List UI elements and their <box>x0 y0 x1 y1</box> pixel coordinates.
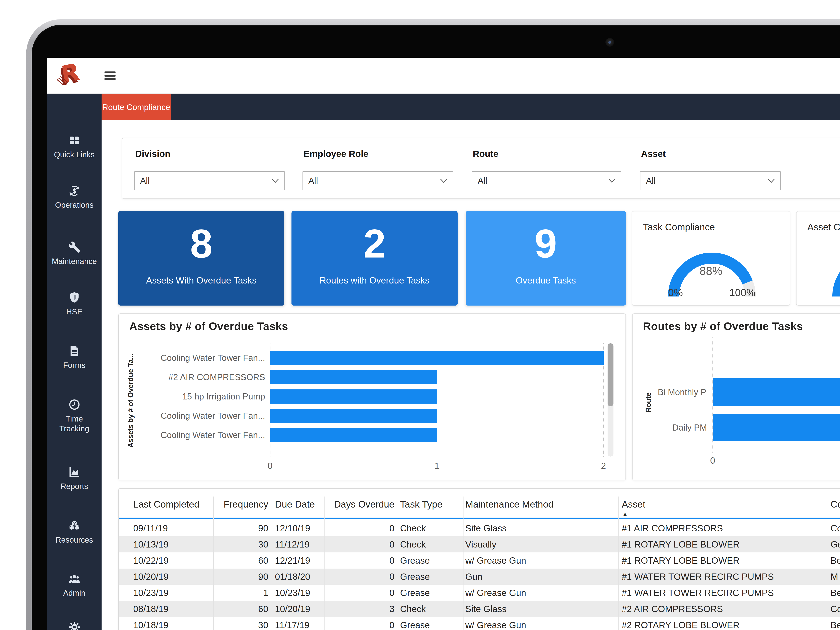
chart-scrollbar-thumb[interactable] <box>608 343 613 406</box>
cell-days-overdue: 0 <box>331 536 395 552</box>
col-header-last-completed[interactable]: Last Completed <box>133 496 199 513</box>
cubes-icon <box>68 519 81 532</box>
dropdown-value: All <box>646 176 768 186</box>
cell-due-date: 10/20/19 <box>275 601 310 617</box>
cell-due-date: 12/21/19 <box>275 552 310 568</box>
chevron-down-icon <box>440 179 447 183</box>
sidebar-item-label: Quick Links <box>54 150 95 160</box>
sort-ascending-icon: ▲ <box>622 511 628 518</box>
col-header-asset[interactable]: Asset <box>622 496 645 513</box>
bar[interactable] <box>270 409 437 423</box>
cell-component: M <box>831 568 838 585</box>
table-row[interactable]: 10/22/19 60 12/21/19 0 Grease w/ Grease … <box>119 552 840 568</box>
cell-component: Co <box>831 601 840 617</box>
people-icon <box>68 573 81 585</box>
task-compliance-gauge-card[interactable]: Task Compliance 88% 0% 100% <box>632 211 790 306</box>
category-label: Cooling Water Tower Fan... <box>154 409 265 423</box>
column-separator <box>271 497 272 630</box>
bar[interactable] <box>713 378 840 406</box>
chart-title: Assets by # of Overdue Tasks <box>129 320 288 332</box>
col-header-task-type[interactable]: Task Type <box>400 496 442 513</box>
bar[interactable] <box>270 370 437 384</box>
dropdown-value: All <box>308 176 440 186</box>
filter-label: Division <box>135 149 171 159</box>
sidebar-item-settings[interactable] <box>47 621 101 630</box>
cell-days-overdue: 0 <box>331 520 395 536</box>
cell-asset: #2 AIR COMPRESSORS <box>622 601 723 617</box>
cell-component: Be <box>831 552 840 568</box>
kpi-assets-with-overdue-tasks[interactable]: 8 Assets With Overdue Tasks <box>118 211 284 306</box>
dropdown-value: All <box>140 176 272 186</box>
routes-overdue-chart[interactable]: Routes by # of Overdue Tasks Route Bi Mo… <box>632 313 840 480</box>
table-row[interactable]: 10/18/19 30 11/17/19 0 Grease w/ Grease … <box>119 617 840 630</box>
sidebar-item-quick-links[interactable]: Quick Links <box>47 134 101 160</box>
column-separator <box>324 497 325 630</box>
kpi-routes-with-overdue-tasks[interactable]: 2 Routes with Overdue Tasks <box>292 211 458 306</box>
bar[interactable] <box>270 428 437 442</box>
gauge-value: 88% <box>632 264 790 277</box>
cell-task-type: Grease <box>400 585 430 601</box>
sidebar-item-reports[interactable]: Reports <box>47 466 101 491</box>
column-separator <box>827 497 828 630</box>
screen: R R Route Compliance Quick Links $ Opera… <box>47 58 840 630</box>
tab-route-compliance[interactable]: Route Compliance <box>101 94 171 120</box>
table-row[interactable]: 10/20/19 90 01/18/20 0 Grease Gun #1 WAT… <box>119 568 840 585</box>
cell-due-date: 12/10/19 <box>275 520 310 536</box>
asset-compliance-gauge-card[interactable]: Asset C <box>796 211 840 306</box>
app-header: R R <box>47 58 840 94</box>
bar[interactable] <box>270 389 437 404</box>
cell-last-completed: 10/22/19 <box>133 552 169 568</box>
division-dropdown[interactable]: All <box>134 171 285 190</box>
app-logo[interactable]: R R <box>51 60 92 89</box>
col-header-maintenance-method[interactable]: Maintenance Method <box>465 496 553 513</box>
tasks-table: Last Completed Frequency Due Date Days O… <box>118 488 840 630</box>
employee-role-dropdown[interactable]: All <box>303 171 453 190</box>
route-dropdown[interactable]: All <box>472 171 621 190</box>
table-header-underline <box>119 518 840 519</box>
dropdown-value: All <box>478 176 608 186</box>
kpi-overdue-tasks[interactable]: 9 Overdue Tasks <box>466 211 626 306</box>
bar[interactable] <box>270 351 604 365</box>
cell-task-type: Check <box>400 601 426 617</box>
cell-asset: #1 AIR COMPRESSORS <box>622 520 723 536</box>
kpi-label: Routes with Overdue Tasks <box>292 275 458 286</box>
sidebar-item-hse[interactable]: HSE <box>47 291 101 317</box>
col-header-days-overdue[interactable]: Days Overdue <box>331 496 395 513</box>
sidebar-item-forms[interactable]: Forms <box>47 345 101 370</box>
sidebar-item-admin[interactable]: Admin <box>47 573 101 598</box>
sidebar-item-maintenance[interactable]: Maintenance <box>47 241 101 266</box>
table-row[interactable]: 10/13/19 30 11/12/19 0 Check Visually #1… <box>119 536 840 552</box>
table-row[interactable]: 08/18/19 60 10/20/19 3 Check Site Glass … <box>119 601 840 617</box>
sidebar-item-operations[interactable]: $ Operations <box>47 185 101 210</box>
sidebar-item-time-tracking[interactable]: Time Tracking <box>47 399 101 434</box>
cell-asset: #1 ROTARY LOBE BLOWER <box>622 552 739 568</box>
cell-maintenance-method: Visually <box>465 536 496 552</box>
clock-icon <box>68 399 81 411</box>
chart-scrollbar-track[interactable] <box>608 343 613 457</box>
bar[interactable] <box>713 414 840 442</box>
cell-frequency: 60 <box>203 601 268 617</box>
kpi-value: 2 <box>292 223 458 264</box>
col-header-component[interactable]: Co <box>831 496 840 513</box>
gear-icon <box>68 621 81 630</box>
chevron-down-icon <box>272 179 279 183</box>
sidebar-item-label: Time Tracking <box>60 414 89 434</box>
asset-dropdown[interactable]: All <box>640 171 781 190</box>
table-row[interactable]: 10/23/19 1 10/23/19 0 Grease w/ Grease G… <box>119 585 840 601</box>
col-header-frequency[interactable]: Frequency <box>203 496 268 513</box>
gauge-title: Task Compliance <box>643 222 715 233</box>
category-label: #2 AIR COMPRESSORS <box>154 370 265 384</box>
cell-last-completed: 10/18/19 <box>133 617 169 630</box>
cell-component: Ge <box>831 536 840 552</box>
table-row[interactable]: 09/11/19 90 12/10/19 0 Check Site Glass … <box>119 520 840 536</box>
cell-task-type: Grease <box>400 552 430 568</box>
sidebar-item-resources[interactable]: Resources <box>47 519 101 545</box>
svg-text:$: $ <box>72 187 76 195</box>
hamburger-menu-icon[interactable] <box>104 71 115 82</box>
col-header-due-date[interactable]: Due Date <box>275 496 315 513</box>
cell-component: Co <box>831 520 840 536</box>
chart-title: Routes by # of Overdue Tasks <box>643 320 803 332</box>
assets-overdue-chart[interactable]: Assets by # of Overdue Tasks Assets by #… <box>118 313 626 480</box>
cell-maintenance-method: Site Glass <box>465 520 507 536</box>
grid-icon <box>68 134 81 146</box>
